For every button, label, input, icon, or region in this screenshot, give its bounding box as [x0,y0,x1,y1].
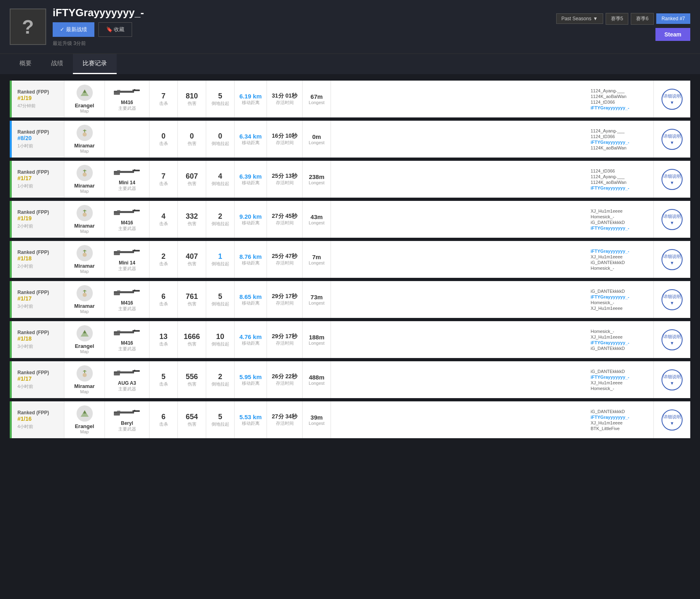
season6-button[interactable]: 赛季6 [631,13,654,25]
player-name: iG_DANTEkkkkD [591,369,648,374]
rank-time: 1小时前 [17,143,58,149]
past-seasons-button[interactable]: Past Seasons ▼ [556,13,603,24]
svg-rect-3 [132,90,140,91]
map-icon [77,285,93,301]
match-rank: Ranked (FPP) #1/17 4小时前 [12,361,64,398]
detail-button[interactable]: 详细说明 ▼ [662,289,683,310]
season5-button[interactable]: 赛季5 [606,13,629,25]
weapon-label: 主要武器 [118,306,136,312]
weapon-name: Beryl [121,420,133,426]
detail-button[interactable]: 详细说明 ▼ [662,169,683,190]
detail-label: 详细说明 [663,374,681,380]
svg-point-29 [83,253,87,257]
stat-survive: 29分 17秒 存活时间 [267,321,303,358]
stat-longest: 0m Longest [303,121,331,158]
detail-button[interactable]: 详细说明 ▼ [662,409,683,431]
tab-overview[interactable]: 概要 [10,54,41,74]
survive-label: 存活时间 [276,300,294,306]
stat-distance: 4.76 km 移动距离 [235,321,267,358]
detail-label: 详细说明 [663,254,681,260]
player-name: iFTYGrayyyyyyy_- [591,415,648,420]
match-list: Ranked (FPP) #1/19 47分钟前 Erangel Map M41… [0,74,700,448]
match-players: iG_DANTEkkkkDiFTYGrayyyyyyy_-XJ_Hu1m1eee… [585,401,654,438]
damage-value: 407 [186,252,198,261]
damage-label: 伤害 [188,261,196,267]
svg-rect-60 [114,373,120,375]
longest-label: Longest [309,341,324,345]
distance-label: 移动距离 [242,220,260,226]
detail-label: 详细说明 [663,414,681,420]
recent-battle-button[interactable]: ✓ 最新战绩 [53,22,94,37]
damage-label: 伤害 [188,141,196,147]
map-name: Erangel [75,102,94,109]
steam-button[interactable]: Steam [655,28,690,41]
tab-match-history[interactable]: 比赛记录 [73,54,117,74]
svg-rect-5 [117,90,120,91]
detail-button[interactable]: 详细说明 ▼ [662,369,683,390]
match-weapon: M416 主要武器 [105,201,149,238]
kills-label: 击杀 [159,261,168,267]
match-weapon: M416 主要武器 [105,81,149,117]
detail-button[interactable]: 详细说明 ▼ [662,129,683,150]
weapon-label: 主要武器 [118,426,136,432]
match-stats-group: 7 击杀 810 伤害 5 倒地拉起 6.19 km 移动距离 31分 01秒 … [149,81,585,117]
damage-value: 810 [186,92,198,100]
rank-type: Ranked (FPP) [17,330,58,335]
longest-label: Longest [309,381,324,386]
ranked-button[interactable]: Ranked #7 [656,13,690,24]
player-name: iFTYGrayyyyyyy_- [591,340,648,345]
weapon-icon [113,247,141,258]
match-detail: 详细说明 ▼ [654,201,690,238]
avatar-symbol: ? [22,16,34,38]
match-players: iFTYGrayyyyyyy_-XJ_Hu1m1eeeeiG_DANTEkkkk… [585,241,654,278]
longest-label: Longest [309,421,324,426]
distance-label: 移动距离 [242,380,260,386]
damage-label: 伤害 [188,381,196,387]
rank-number: #1/16 [17,416,58,422]
svg-rect-45 [117,290,120,292]
collect-button[interactable]: 🔖 收藏 [98,22,132,37]
survive-label: 存活时间 [276,260,294,266]
svg-rect-26 [114,213,120,215]
stat-damage: 332 伤害 [178,201,206,238]
damage-value: 0 [190,132,194,141]
stat-kills: 6 击杀 [149,281,178,318]
rank-number: #1/19 [17,215,58,222]
player-name: 1124K_aoBaiWan [591,94,648,99]
svg-rect-16 [132,170,140,171]
distance-label: 移动距离 [242,180,260,186]
match-players: 1124_Ayang-___1124K_aoBaiWan1124_tD366iF… [585,81,654,117]
tab-stats[interactable]: 战绩 [41,54,73,74]
longest-value: 7m [312,254,321,260]
match-players: 1124_Ayang-___1124_tD366iFTYGrayyyyyyy_-… [585,121,654,158]
knocks-label: 倒地拉起 [211,181,229,187]
knocks-value: 5 [218,292,222,301]
match-map: Miramar Map [64,281,105,318]
weapon-icon [113,207,141,218]
match-rank: Ranked (FPP) #1/16 4小时前 [12,401,64,438]
detail-button[interactable]: 详细说明 ▼ [662,209,683,230]
player-name: XJ_Hu1m1eeee [591,380,648,385]
kills-value: 2 [161,252,165,261]
stat-kills: 13 击杀 [149,321,178,358]
rank-type: Ranked (FPP) [17,290,58,295]
kills-label: 击杀 [159,141,168,147]
stat-knocks: 5 倒地拉起 [206,401,235,438]
table-row: Ranked (FPP) #1/16 4小时前 Erangel Map Bery… [10,401,690,438]
player-name: iFTYGrayyyyyyy_- [591,375,648,379]
stat-longest: 39m Longest [303,401,331,438]
detail-button[interactable]: 详细说明 ▼ [662,249,683,270]
svg-rect-28 [134,209,135,211]
player-name: iG_DANTEkkkkD [591,346,648,351]
distance-label: 移动距离 [242,100,260,106]
distance-value: 4.76 km [239,333,262,340]
player-name: 1124_Ayang-___ [591,128,648,133]
distance-label: 移动距离 [242,340,260,346]
detail-button[interactable]: 详细说明 ▼ [662,89,683,110]
map-label: Map [80,429,89,434]
stat-survive: 25分 13秒 存活时间 [267,161,303,198]
player-name: 1124K_aoBaiWan [591,145,648,150]
stat-distance: 6.19 km 移动距离 [235,81,267,117]
detail-label: 详细说明 [663,173,681,179]
detail-button[interactable]: 详细说明 ▼ [662,329,683,350]
